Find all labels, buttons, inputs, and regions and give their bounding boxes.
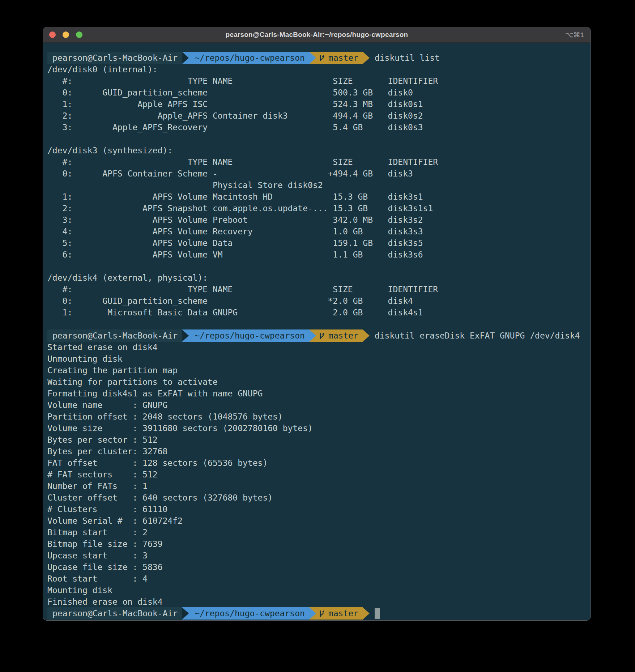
terminal-output-line: #: TYPE NAME SIZE IDENTIFIER: [47, 284, 591, 295]
terminal-output-line: 1: Apple_APFS_ISC 524.3 MB disk0s1: [47, 98, 591, 110]
terminal-output-line: Volume Serial # : 610724f2: [47, 515, 591, 527]
terminal-output-line: Root start : 4: [47, 573, 591, 584]
terminal-output-line: 1: Microsoft Basic Data GNUPG 2.0 GB dis…: [47, 307, 591, 318]
terminal-output-line: /dev/disk0 (internal):: [47, 64, 591, 75]
git-branch-label: master: [328, 330, 358, 341]
window-shortcut-badge: ⌥⌘1: [566, 27, 584, 42]
terminal-output-line: Waiting for partitions to activate: [47, 376, 591, 388]
terminal-output-line: Mounting disk: [47, 584, 591, 596]
terminal-output-line: 3: Apple_APFS_Recovery 5.4 GB disk0s3: [47, 122, 591, 133]
traffic-lights: [49, 27, 82, 42]
terminal-output-line: 2: Apple_APFS Container disk3 494.4 GB d…: [47, 110, 591, 122]
terminal-output-line: 0: GUID_partition_scheme 500.3 GB disk0: [47, 87, 591, 98]
terminal-output-line: 1: APFS Volume Macintosh HD 15.3 GB disk…: [47, 191, 591, 203]
terminal-output-line: Physical Store disk0s2: [47, 179, 591, 191]
command-text: diskutil list: [370, 52, 440, 64]
zoom-button[interactable]: [76, 31, 82, 38]
terminal-output-line: [47, 318, 591, 330]
titlebar[interactable]: pearson@Carls-MacBook-Air:~/repos/hugo-c…: [43, 27, 591, 43]
prompt-line: pearson@Carls-MacBook-Air~/repos/hugo-cw…: [47, 608, 591, 619]
powerline-arrow-icon: [363, 52, 370, 64]
powerline-arrow-icon: [309, 607, 316, 620]
terminal-output-line: Upcase start : 3: [47, 550, 591, 561]
terminal-output-line: 6: APFS Volume VM 1.1 GB disk3s6: [47, 249, 591, 260]
terminal-cursor: [375, 608, 380, 619]
prompt-user-host-segment: pearson@Carls-MacBook-Air: [47, 607, 182, 620]
terminal-output-line: Creating the partition map: [47, 365, 591, 376]
prompt-git-segment: master: [316, 607, 363, 620]
terminal-output-line: Bitmap start : 2: [47, 527, 591, 538]
terminal-output-line: 2: APFS Snapshot com.apple.os.update-...…: [47, 203, 591, 214]
terminal-output-line: 0: APFS Container Scheme - +494.4 GB dis…: [47, 168, 591, 179]
terminal-output-line: Partition offset : 2048 sectors (1048576…: [47, 411, 591, 422]
git-branch-label: master: [328, 608, 358, 619]
terminal-output-line: 3: APFS Volume Preboot 342.0 MB disk3s2: [47, 214, 591, 226]
terminal-output-line: /dev/disk3 (synthesized):: [47, 145, 591, 156]
terminal-output-line: [47, 260, 591, 272]
terminal-output-line: /dev/disk4 (external, physical):: [47, 272, 591, 284]
terminal-output-line: # FAT sectors : 512: [47, 469, 591, 480]
powerline-arrow-icon: [182, 607, 189, 620]
terminal-output-line: Volume name : GNUPG: [47, 399, 591, 411]
terminal-output-line: FAT offset : 128 sectors (65536 bytes): [47, 457, 591, 469]
powerline-arrow-icon: [309, 52, 316, 64]
terminal-output-line: [47, 133, 591, 145]
terminal-output-line: Unmounting disk: [47, 353, 591, 365]
window-title: pearson@Carls-MacBook-Air:~/repos/hugo-c…: [43, 31, 591, 39]
prompt-line: pearson@Carls-MacBook-Air~/repos/hugo-cw…: [47, 52, 591, 64]
prompt-cwd-segment: ~/repos/hugo-cwpearson: [189, 329, 309, 342]
terminal-output-line: Bytes per sector : 512: [47, 434, 591, 446]
terminal-output-line: Started erase on disk4: [47, 341, 591, 353]
git-branch-icon: [318, 54, 326, 62]
terminal-output-line: Upcase file size : 5836: [47, 561, 591, 573]
terminal-output-line: 5: APFS Volume Data 159.1 GB disk3s5: [47, 237, 591, 249]
powerline-arrow-icon: [363, 607, 370, 620]
terminal-output-line: Formatting disk4s1 as ExFAT with name GN…: [47, 388, 591, 399]
terminal-output-line: 0: GUID_partition_scheme *2.0 GB disk4: [47, 295, 591, 307]
close-button[interactable]: [49, 31, 56, 38]
terminal-output-line: Cluster offset : 640 sectors (327680 byt…: [47, 492, 591, 503]
powerline-arrow-icon: [363, 329, 370, 342]
powerline-arrow-icon: [309, 329, 316, 342]
terminal-output-line: Finished erase on disk4: [47, 596, 591, 608]
terminal-output-line: #: TYPE NAME SIZE IDENTIFIER: [47, 156, 591, 168]
git-branch-icon: [318, 331, 326, 340]
terminal-output-line: # Clusters : 61110: [47, 503, 591, 515]
powerline-arrow-icon: [182, 52, 189, 64]
terminal-output-line: #: TYPE NAME SIZE IDENTIFIER: [47, 75, 591, 87]
terminal-content[interactable]: pearson@Carls-MacBook-Air~/repos/hugo-cw…: [43, 43, 591, 619]
minimize-button[interactable]: [63, 31, 69, 38]
prompt-cwd-segment: ~/repos/hugo-cwpearson: [189, 607, 309, 620]
terminal-window: pearson@Carls-MacBook-Air:~/repos/hugo-c…: [43, 27, 591, 621]
powerline-arrow-icon: [182, 329, 189, 342]
prompt-cwd-segment: ~/repos/hugo-cwpearson: [189, 52, 309, 64]
prompt-user-host-segment: pearson@Carls-MacBook-Air: [47, 329, 182, 342]
terminal-output-line: Bitmap file size : 7639: [47, 538, 591, 550]
command-text: diskutil eraseDisk ExFAT GNUPG /dev/disk…: [370, 330, 580, 341]
prompt-git-segment: master: [316, 52, 363, 64]
terminal-output-line: Volume size : 3911680 sectors (200278016…: [47, 422, 591, 434]
git-branch-label: master: [328, 52, 358, 64]
prompt-line: pearson@Carls-MacBook-Air~/repos/hugo-cw…: [47, 330, 591, 341]
prompt-user-host-segment: pearson@Carls-MacBook-Air: [47, 52, 182, 64]
terminal-output-line: 4: APFS Volume Recovery 1.0 GB disk3s3: [47, 226, 591, 237]
terminal-output-line: Bytes per cluster: 32768: [47, 446, 591, 457]
desktop: { "window": { "title": "pearson@Carls-Ma…: [0, 0, 635, 672]
prompt-git-segment: master: [316, 329, 363, 342]
git-branch-icon: [318, 609, 326, 618]
terminal-output-line: Number of FATs : 1: [47, 480, 591, 492]
